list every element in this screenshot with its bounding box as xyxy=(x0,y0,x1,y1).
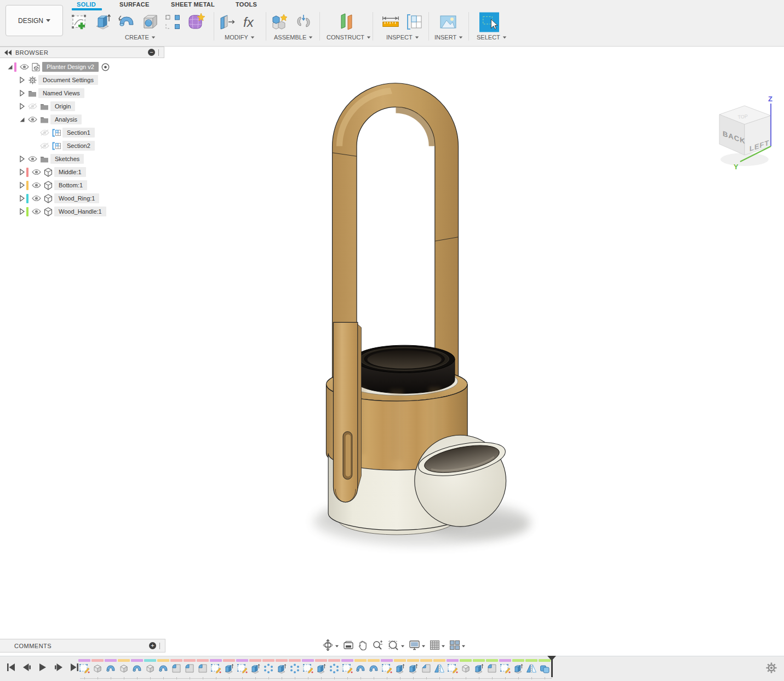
rectangular-pattern-icon[interactable] xyxy=(163,12,182,32)
timeline-feature-fillet[interactable] xyxy=(196,659,209,679)
timeline-feature-box[interactable] xyxy=(459,659,472,679)
timeline-feature-pattern[interactable] xyxy=(328,659,341,679)
minus-circle-icon[interactable]: − xyxy=(148,49,155,56)
visibility-eye-icon[interactable] xyxy=(30,195,42,202)
visibility-eye-icon[interactable] xyxy=(26,156,38,162)
play-button[interactable] xyxy=(37,662,48,673)
timeline-feature-combine[interactable] xyxy=(538,659,551,679)
sketch-feature-icon[interactable] xyxy=(302,663,313,676)
revolve-feature-icon[interactable] xyxy=(105,663,116,676)
tree-row-section1[interactable]: Section1 xyxy=(0,126,164,139)
tab-solid[interactable]: SOLID xyxy=(77,1,96,9)
new-component-icon[interactable] xyxy=(270,12,289,32)
panel-resize-grip[interactable] xyxy=(159,643,163,649)
panel-resize-grip[interactable] xyxy=(158,49,162,56)
create-form-icon[interactable] xyxy=(186,12,205,32)
visibility-eye-icon[interactable] xyxy=(18,64,30,70)
zoom-tool[interactable] xyxy=(372,640,384,653)
timeline-feature-box[interactable] xyxy=(144,659,157,679)
group-label-create[interactable]: CREATE xyxy=(125,34,156,41)
revolve-feature-icon[interactable] xyxy=(355,663,366,676)
tree-item-label[interactable]: Bottom:1 xyxy=(54,180,87,190)
timeline-feature-sketch[interactable] xyxy=(341,659,354,679)
timeline-feature-sketch[interactable] xyxy=(78,659,91,679)
revolve-feature-icon[interactable] xyxy=(131,663,142,676)
tab-sheet-metal[interactable]: SHEET METAL xyxy=(171,1,215,9)
tab-surface[interactable]: SURFACE xyxy=(119,1,150,9)
timeline-feature-chamfer[interactable] xyxy=(420,659,433,679)
timeline-feature-revolve[interactable] xyxy=(130,659,144,679)
chevron-down-icon[interactable] xyxy=(422,645,425,648)
tree-item-label[interactable]: Middle:1 xyxy=(54,167,86,177)
timeline-feature-extrude[interactable] xyxy=(393,659,407,679)
timeline-feature-sketch[interactable] xyxy=(446,659,459,679)
visibility-eye-icon[interactable] xyxy=(38,129,50,136)
tree-item-label[interactable]: Document Settings xyxy=(38,75,98,85)
measure-icon[interactable] xyxy=(381,12,400,32)
timeline-feature-fillet[interactable] xyxy=(170,659,183,679)
sketch-feature-icon[interactable] xyxy=(342,663,353,676)
tree-item-label[interactable]: Analysis xyxy=(50,115,82,124)
timeline-feature-pattern[interactable] xyxy=(262,659,275,679)
activate-component-radio[interactable] xyxy=(101,63,110,71)
tree-item-label[interactable]: Planter Design v2 xyxy=(42,62,99,72)
timeline-feature-extrude[interactable] xyxy=(472,659,485,679)
visibility-eye-icon[interactable] xyxy=(30,208,42,215)
pan-tool[interactable] xyxy=(358,640,368,653)
extrude-feature-icon[interactable] xyxy=(224,663,234,676)
expand-arrow-icon[interactable] xyxy=(18,89,26,97)
visibility-eye-icon[interactable] xyxy=(38,142,50,149)
tree-item-label[interactable]: Sketches xyxy=(50,154,84,164)
insert-image-icon[interactable] xyxy=(438,12,458,32)
timeline-feature-sketch[interactable] xyxy=(209,659,222,679)
tree-row-wood-handle-1[interactable]: Wood_Handle:1 xyxy=(0,205,164,218)
tree-item-label[interactable]: Wood_Ring:1 xyxy=(54,193,99,203)
mirror-feature-icon[interactable] xyxy=(526,663,537,676)
timeline-feature-pattern[interactable] xyxy=(288,659,301,679)
timeline-feature-sketch[interactable] xyxy=(499,659,512,679)
pattern-feature-icon[interactable] xyxy=(329,663,340,676)
tree-item-label[interactable]: Section1 xyxy=(62,128,95,138)
expand-arrow-icon[interactable] xyxy=(18,116,26,123)
chevron-down-icon[interactable] xyxy=(442,645,445,648)
revolve-feature-icon[interactable] xyxy=(368,663,379,676)
tree-row-analysis[interactable]: Analysis xyxy=(0,113,164,126)
tree-item-label[interactable]: Section2 xyxy=(62,141,95,151)
display-settings-tool[interactable] xyxy=(409,640,426,653)
timeline-playhead-marker[interactable] xyxy=(547,656,556,661)
step-back-button[interactable] xyxy=(21,662,32,673)
change-parameters-icon[interactable]: fx xyxy=(241,12,261,32)
expand-arrow-icon[interactable] xyxy=(18,168,26,176)
expand-arrow-icon[interactable] xyxy=(18,102,26,110)
model-dark-pot[interactable] xyxy=(354,345,455,393)
extrude-feature-icon[interactable] xyxy=(250,663,261,676)
create-sketch-icon[interactable] xyxy=(70,12,89,32)
timeline-feature-mirror[interactable] xyxy=(525,659,538,679)
expand-arrow-icon[interactable] xyxy=(18,194,26,202)
tree-row-origin[interactable]: Origin xyxy=(0,100,164,113)
tree-row-wood-ring-1[interactable]: Wood_Ring:1 xyxy=(0,192,164,205)
timeline-feature-revolve[interactable] xyxy=(157,659,170,679)
timeline-feature-extrude[interactable] xyxy=(222,659,236,679)
sketch-feature-icon[interactable] xyxy=(447,663,458,676)
expand-arrow-icon[interactable] xyxy=(18,208,26,215)
extrude-feature-icon[interactable] xyxy=(513,663,524,676)
timeline-feature-mirror[interactable] xyxy=(433,659,446,679)
chevron-down-icon[interactable] xyxy=(401,645,404,648)
group-label-inspect[interactable]: INSPECT xyxy=(386,34,419,41)
tree-row-middle-1[interactable]: Middle:1 xyxy=(0,165,164,179)
tree-row-section2[interactable]: Section2 xyxy=(0,139,164,152)
timeline-feature-extrude[interactable] xyxy=(314,659,328,679)
extrude-feature-icon[interactable] xyxy=(408,663,419,676)
timeline-feature-fillet[interactable] xyxy=(485,659,499,679)
joint-icon[interactable] xyxy=(294,12,313,32)
timeline-feature-extrude[interactable] xyxy=(407,659,420,679)
combine-feature-icon[interactable] xyxy=(539,663,550,676)
sketch-feature-icon[interactable] xyxy=(237,663,248,676)
expand-arrow-icon[interactable] xyxy=(18,155,26,163)
timeline-feature-revolve[interactable] xyxy=(104,659,117,679)
fit-tool[interactable] xyxy=(387,640,405,653)
timeline-feature-box[interactable] xyxy=(117,659,130,679)
look-at-tool[interactable] xyxy=(343,640,354,653)
tree-row-named-views[interactable]: Named Views xyxy=(0,87,164,100)
